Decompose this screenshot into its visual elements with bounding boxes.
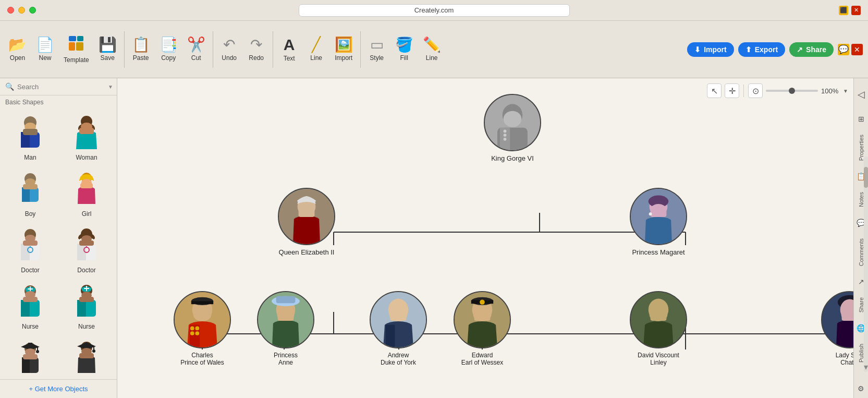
shape-boy[interactable]: Boy (3, 167, 57, 222)
tab-x-icon[interactable]: ✕ (851, 44, 863, 55)
shape-doctor-m[interactable]: Doctor (3, 224, 57, 278)
template-button[interactable]: Template (59, 32, 93, 67)
zoom-dropdown-icon[interactable]: ▼ (843, 88, 848, 94)
node-charles[interactable]: CharlesPrince of Wales (174, 291, 231, 366)
man-icon (15, 115, 46, 152)
maximize-button[interactable] (29, 7, 36, 14)
svg-point-110 (649, 212, 652, 215)
svg-rect-124 (276, 296, 296, 303)
node-anne[interactable]: PrincessAnne (257, 291, 314, 366)
edward-name: EdwardEarl of Wessex (461, 352, 503, 366)
share-btn[interactable]: ↗ Share (789, 42, 834, 57)
move-tool[interactable]: ✛ (725, 83, 739, 98)
url-text: Creately.com (414, 6, 454, 14)
close-button[interactable] (7, 7, 14, 14)
url-bar[interactable]: Creately.com (299, 4, 570, 17)
titlebar: Creately.com ⬛ ✕ (0, 0, 868, 21)
fill-button[interactable]: 🪣 Fill (391, 34, 418, 65)
cut-button[interactable]: ✂️ Cut (183, 34, 210, 65)
shape-nurse-f[interactable]: Nurse (59, 280, 114, 334)
search-icon: 🔍 (5, 82, 14, 91)
shape-girl[interactable]: Girl (59, 167, 114, 222)
right-panel-tab-notes[interactable]: Notes (856, 186, 866, 213)
shape-doctor-f[interactable]: Doctor (59, 224, 114, 278)
redo-button[interactable]: ↷ Redo (243, 34, 270, 65)
nurse-f-label: Nurse (78, 323, 95, 330)
new-label: New (39, 54, 51, 62)
david-name: David ViscountLinley (638, 352, 679, 366)
copy-button[interactable]: 📑 Copy (155, 34, 182, 65)
copy-icon: 📑 (160, 38, 178, 52)
right-panel-tab-properties[interactable]: Properties (856, 128, 866, 167)
pointer-tool[interactable]: ↖ (707, 83, 722, 98)
search-input[interactable] (17, 83, 105, 91)
svg-rect-46 (77, 300, 86, 317)
style-label: Style (370, 54, 384, 62)
sara-name: Lady SaraChatto (836, 352, 853, 366)
new-button[interactable]: 📄 New (32, 34, 58, 65)
save-label: Save (101, 54, 115, 62)
right-panel-bottom-icon[interactable]: ⚙ (855, 379, 866, 398)
tab-minimize-icon[interactable]: ⬛ (839, 6, 848, 15)
woman-icon (71, 115, 102, 152)
import-button[interactable]: 🖼️ Import (331, 34, 357, 65)
line2-button[interactable]: ✏️ Line (419, 34, 445, 65)
node-david[interactable]: David ViscountLinley (630, 291, 687, 366)
svg-point-117 (195, 327, 200, 331)
right-panel-collapse-icon[interactable]: ◁ (855, 83, 867, 105)
shape-grad-f[interactable]: Graduate (59, 336, 114, 379)
svg-rect-33 (79, 240, 94, 246)
undo-button[interactable]: ↶ Undo (216, 34, 242, 65)
right-panel-tab-comments[interactable]: Comments (856, 232, 866, 272)
line-button[interactable]: ╱ Line (303, 34, 329, 65)
svg-rect-131 (390, 314, 407, 321)
zoom-thumb[interactable] (789, 88, 795, 94)
tab-close-icon[interactable]: ✕ (851, 6, 861, 15)
zoom-track[interactable] (766, 90, 818, 92)
zoom-slider[interactable] (766, 90, 818, 92)
right-panel-properties-icon[interactable]: ⊞ (856, 110, 866, 128)
svg-rect-55 (22, 357, 30, 373)
open-button[interactable]: 📂 Open (4, 34, 31, 65)
shape-nurse-m[interactable]: Nurse (3, 280, 57, 334)
import-btn[interactable]: ⬇ Import (687, 42, 734, 57)
save-button[interactable]: 💾 Save (94, 34, 121, 65)
style-button[interactable]: ▭ Style (364, 34, 390, 65)
grad-f-icon (71, 341, 102, 377)
node-queen[interactable]: Queen Elizabeth II (278, 188, 335, 256)
doctor-f-label: Doctor (77, 267, 95, 274)
style-icon: ▭ (370, 38, 384, 52)
right-panel-tab-share[interactable]: Share (856, 291, 866, 319)
get-more-button[interactable]: + Get More Objects (0, 379, 117, 398)
queen-name: Queen Elizabeth II (279, 248, 335, 256)
redo-icon: ↷ (250, 38, 262, 52)
separator-2 (213, 31, 213, 68)
main-canvas[interactable]: ↖ ✛ ⊙ 100% ▼ (117, 78, 853, 398)
svg-point-116 (190, 331, 194, 335)
shape-grad-m[interactable]: Graduate (3, 336, 57, 379)
doctor-m-icon (15, 228, 46, 264)
tab-chat-icon[interactable]: 💬 (838, 44, 849, 55)
text-button[interactable]: A Text (276, 34, 302, 65)
svg-rect-104 (299, 210, 315, 216)
minimize-button[interactable] (18, 7, 25, 14)
right-panel-tab-publish[interactable]: Publish (856, 337, 866, 369)
shape-woman[interactable]: Woman (59, 111, 114, 165)
toolbar-right: ⬇ Import ⬆ Export ↗ Share 💬 ✕ (687, 42, 863, 57)
anne-circle (257, 291, 314, 348)
node-edward[interactable]: EdwardEarl of Wessex (454, 291, 511, 366)
section-label: Basic Shapes (0, 95, 117, 108)
zoom-tool[interactable]: ⊙ (748, 83, 763, 98)
node-andrew[interactable]: AndrewDuke of York (370, 291, 427, 366)
svg-point-99 (504, 134, 507, 137)
node-king[interactable]: King Gorge VI (484, 94, 541, 162)
node-margaret[interactable]: Princess Magaret (630, 188, 687, 256)
svg-rect-16 (23, 184, 38, 189)
boy-icon (15, 172, 46, 208)
shapes-grid: Man Woman (0, 108, 117, 379)
grad-m-icon (15, 341, 46, 377)
paste-button[interactable]: 📋 Paste (128, 34, 154, 65)
node-sara[interactable]: Lady SaraChatto (821, 291, 853, 366)
shape-man[interactable]: Man (3, 111, 57, 165)
export-btn[interactable]: ⬆ Export (738, 42, 785, 57)
